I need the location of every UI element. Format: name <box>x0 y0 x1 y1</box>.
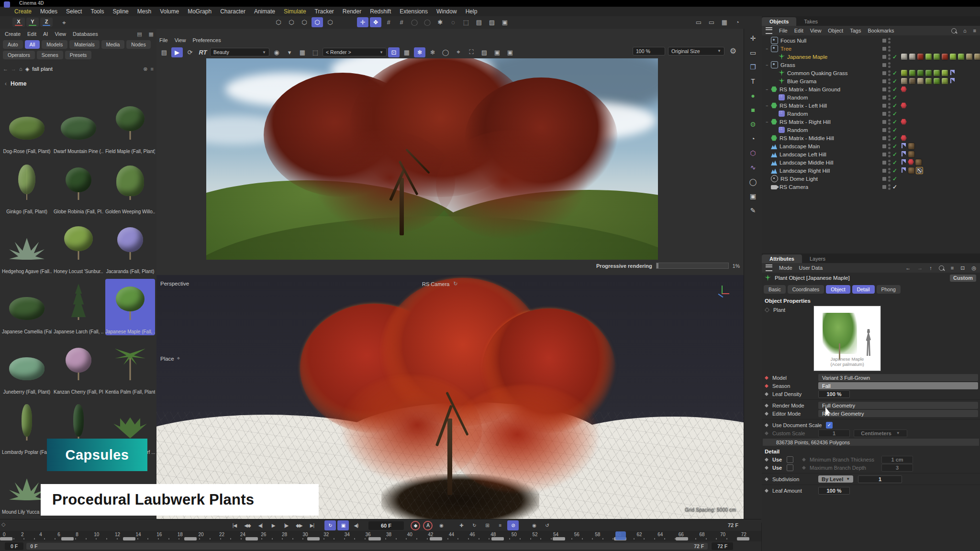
layer-chip[interactable] <box>882 177 886 181</box>
subdivision-field[interactable]: 1 <box>858 475 902 483</box>
keyframe-marker[interactable] <box>123 537 135 540</box>
object-tag[interactable] <box>933 77 940 85</box>
render-image[interactable] <box>206 58 658 260</box>
timeline-expand-icon[interactable]: ◇ <box>1 521 5 528</box>
plant-asset-tile[interactable]: Juneberry (Fall, Plant) <box>2 339 52 396</box>
filter-chip[interactable]: Scenes <box>37 51 63 59</box>
toolbar-icon[interactable]: ◯ <box>409 17 420 27</box>
object-tag[interactable] <box>949 77 956 84</box>
render-toolbar-icon[interactable]: ▨ <box>479 47 490 57</box>
object-name[interactable]: Random <box>787 127 808 133</box>
transport-button[interactable]: ◀◆ <box>242 520 253 530</box>
render-pass-dropdown[interactable]: Beauty▼ <box>210 48 269 56</box>
keyframe-marker[interactable] <box>430 537 442 540</box>
object-tag[interactable] <box>901 53 908 60</box>
menu-item[interactable]: Redshift <box>370 8 391 15</box>
filter-chip[interactable]: Presets <box>65 51 92 59</box>
object-tag[interactable] <box>908 151 915 158</box>
anim-diamond-icon[interactable] <box>765 412 768 416</box>
anim-diamond-icon[interactable] <box>765 423 768 427</box>
plant-asset-tile[interactable]: Hedgehog Agave (Fall... <box>2 219 52 275</box>
visibility-dots[interactable] <box>888 119 891 125</box>
search-options-icon[interactable]: ≡ <box>151 66 154 72</box>
object-tag[interactable] <box>941 77 948 85</box>
toolbar-icon[interactable]: ◌ <box>447 17 459 27</box>
visibility-dots[interactable] <box>888 54 891 60</box>
anim-diamond-icon[interactable] <box>765 384 768 388</box>
transport-button[interactable]: ▶| <box>306 520 318 530</box>
max-branch-use-checkbox[interactable] <box>787 464 793 471</box>
object-tag[interactable] <box>966 53 973 60</box>
history-forward-icon[interactable]: → <box>917 265 923 271</box>
render-toolbar-icon[interactable]: ▦ <box>297 47 308 57</box>
parent-icon[interactable]: ↑ <box>929 265 932 271</box>
plant-asset-tile[interactable]: Golden Weeping Willo... <box>105 159 155 215</box>
menu-item[interactable]: Character <box>220 8 245 15</box>
visibility-dots[interactable] <box>888 111 891 117</box>
object-tag[interactable] <box>933 69 940 77</box>
render-toolbar-icon[interactable]: ⬚ <box>310 47 321 57</box>
plant-asset-tile[interactable]: Dwarf Mountain Pine (... <box>54 99 103 155</box>
subdivision-mode-dropdown[interactable]: By Level▼ <box>818 475 853 483</box>
enabled-check-icon[interactable]: ✓ <box>892 86 899 93</box>
attribute-tab-chip[interactable]: Detail <box>852 285 875 294</box>
enabled-check-icon[interactable]: ✓ <box>892 70 899 77</box>
menu-item[interactable]: Help <box>466 8 478 15</box>
object-tag[interactable] <box>949 53 957 60</box>
render-toolbar-icon[interactable]: ⌖ <box>453 47 464 57</box>
leaf-amount-field[interactable]: 100 % <box>818 487 850 495</box>
axis-lock-button[interactable]: Y <box>26 18 39 27</box>
plant-asset-tile[interactable]: Dog-Rose (Fall, Plant) <box>2 99 52 155</box>
layer-chip[interactable] <box>882 112 886 116</box>
search-icon[interactable] <box>951 28 957 33</box>
object-name[interactable]: RS Matrix - Main Ground <box>780 87 840 92</box>
layer-chip[interactable] <box>882 96 886 99</box>
object-tag[interactable] <box>908 143 915 150</box>
render-toolbar-icon[interactable]: ▤ <box>158 47 170 57</box>
render-toolbar-icon[interactable]: ⛶ <box>466 47 477 57</box>
browser-layout-icon[interactable]: ▤ <box>137 31 142 37</box>
plant-asset-tile[interactable]: Lombardy Poplar (Fall... <box>2 399 52 456</box>
object-tree-row[interactable]: Landscape Left Hill ✓ <box>762 150 980 158</box>
enabled-check-icon[interactable]: ✓ <box>892 176 899 182</box>
object-tag[interactable] <box>901 135 907 141</box>
anim-diamond-icon[interactable] <box>765 489 768 493</box>
object-tag[interactable] <box>917 77 924 85</box>
object-tree-row[interactable]: Random ✓ <box>762 126 980 134</box>
menu-item[interactable]: Create <box>14 8 32 15</box>
menu-item[interactable]: Simulate <box>284 8 306 15</box>
keyframe-marker[interactable] <box>368 537 381 540</box>
simulation-capsule-icon[interactable]: ⬡ <box>324 17 336 27</box>
attribute-tab-chip[interactable]: Basic <box>764 285 786 294</box>
menu-item[interactable]: Render <box>343 8 361 15</box>
enabled-check-icon[interactable]: ✓ <box>892 94 899 101</box>
forward-arrow-icon[interactable]: → <box>11 66 16 72</box>
object-tree-row[interactable]: Landscape Main ✓ <box>762 142 980 150</box>
om-menu-item[interactable]: View <box>810 28 822 33</box>
object-tag[interactable] <box>909 77 916 85</box>
keyframe-marker[interactable] <box>61 537 74 540</box>
plant-asset-tile[interactable]: Ginkgo (Fall, Plant) <box>2 159 52 215</box>
object-name[interactable]: Blue Grama <box>787 78 816 84</box>
current-frame-field[interactable]: 60 F <box>368 521 404 530</box>
attribute-tab-chip[interactable]: Coordinates <box>788 285 824 294</box>
panel-tab[interactable]: Layers <box>802 254 833 263</box>
layout-icon[interactable]: ▦ <box>719 17 730 27</box>
enabled-check-icon[interactable]: ✓ <box>892 143 899 150</box>
palette-tool-icon[interactable]: ∿ <box>747 162 759 173</box>
keyframe-marker[interactable] <box>491 537 504 540</box>
visibility-dots[interactable] <box>888 135 891 141</box>
render-toolbar-icon[interactable]: ❄ <box>427 47 438 57</box>
toolbar-icon[interactable]: ▣ <box>499 17 511 27</box>
enabled-check-icon[interactable]: ✓ <box>892 119 899 125</box>
menu-item[interactable]: Volume <box>160 8 179 15</box>
anim-diamond-icon[interactable] <box>765 477 768 481</box>
layer-chip[interactable] <box>882 136 886 140</box>
menu-item[interactable]: Mesh <box>137 8 151 15</box>
palette-tool-icon[interactable]: ▭ <box>747 47 759 58</box>
plant-asset-tile[interactable]: Japanese Camellia (Fal... <box>2 279 52 335</box>
render-toolbar-icon[interactable]: ▣ <box>491 47 503 57</box>
lock-icon[interactable]: ⊡ <box>960 265 965 271</box>
enabled-check-icon[interactable]: ✓ <box>892 184 899 190</box>
layer-chip[interactable] <box>882 39 886 43</box>
